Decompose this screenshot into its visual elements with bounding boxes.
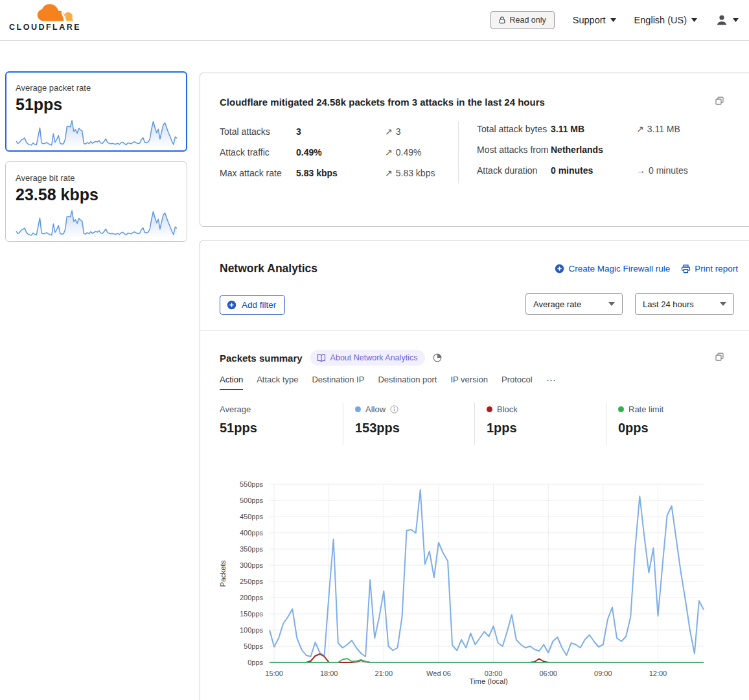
packet-stat-header: Block	[487, 404, 606, 414]
x-tick-label: 06:00	[539, 670, 557, 677]
language-label: English (US)	[634, 15, 687, 25]
packet-stat-allow: Allow153pps	[343, 402, 474, 445]
language-menu[interactable]: English (US)	[634, 15, 697, 25]
packets-chart: 0pps50pps100pps150pps200pps250pps300pps3…	[214, 479, 749, 693]
x-tick-label: 21:00	[375, 670, 393, 677]
attack-summary-right-column: Total attack bytes3.11 MB↗3.11 MBMost at…	[458, 121, 739, 183]
y-tick-label: 550pps	[240, 480, 264, 488]
chevron-down-icon	[733, 18, 739, 22]
packet-stat-value: 0pps	[618, 421, 737, 436]
packets-summary-title: Packets summary	[220, 353, 303, 364]
summary-row-value: 5.83 kbps	[296, 163, 385, 183]
create-magic-firewall-rule-link[interactable]: Create Magic Firewall rule	[555, 264, 670, 274]
metric-select[interactable]: Average rate	[525, 293, 623, 315]
user-icon	[715, 14, 728, 27]
series-color-dot	[487, 406, 492, 412]
trend-arrow-icon: →	[636, 163, 645, 178]
series-color-dot	[355, 406, 361, 412]
y-tick-label: 350pps	[240, 545, 264, 553]
packet-stat-value: 153pps	[355, 421, 474, 436]
info-icon[interactable]	[390, 405, 398, 414]
series-block	[270, 654, 704, 662]
tab-protocol[interactable]: Protocol	[501, 375, 533, 390]
summary-row-right-2: Attack duration0 minutes→0 minutes	[477, 163, 739, 178]
summary-row-trend-value: 3.11 MB	[647, 121, 680, 137]
plus-circle-icon	[227, 300, 236, 310]
x-tick-label: 03:00	[485, 670, 503, 677]
y-tick-label: 200pps	[240, 594, 264, 601]
packet-stat-label: Allow	[365, 404, 386, 414]
header-actions: Read only Support English (US)	[490, 0, 739, 40]
tabs-overflow-button[interactable]: ⋯	[546, 375, 557, 390]
read-only-badge: Read only	[490, 11, 555, 29]
copy-icon[interactable]	[715, 96, 724, 106]
packet-stat-average: Average51pps	[220, 402, 343, 445]
chart-controls: Average rate Last 24 hours	[525, 293, 734, 315]
summary-row-label: Total attack bytes	[477, 121, 551, 137]
packet-stat-header: Rate limit	[618, 404, 737, 414]
x-tick-label: 15:00	[265, 670, 283, 677]
y-tick-label: 100pps	[240, 626, 264, 634]
tab-destination-ip[interactable]: Destination IP	[312, 375, 364, 390]
metric-select-value: Average rate	[533, 299, 581, 309]
metric-cards-column: Average packet rate 51pps Average bit ra…	[5, 71, 187, 242]
metric-card-title: Average bit rate	[16, 173, 177, 183]
about-badge-label: About Network Analytics	[330, 353, 418, 362]
packets-summary-header: Packets summary About Network Analytics	[220, 350, 442, 366]
packets-summary-tabs: ActionAttack typeDestination IPDestinati…	[220, 375, 557, 390]
bit-rate-sparkline	[16, 207, 178, 238]
y-tick-label: 150pps	[240, 610, 264, 618]
summary-row-value: 3.11 MB	[551, 121, 636, 137]
packet-stat-header: Allow	[355, 404, 474, 414]
packet-stat-label: Average	[220, 404, 251, 414]
about-network-analytics-badge[interactable]: About Network Analytics	[310, 350, 426, 366]
summary-row-right-1: Most attacks fromNetherlands	[477, 142, 739, 158]
support-menu[interactable]: Support	[573, 15, 616, 25]
metric-card-average-bit-rate[interactable]: Average bit rate 23.58 kbps	[5, 161, 187, 242]
summary-row-trend: →0 minutes	[636, 163, 688, 178]
network-analytics-title: Network Analytics	[220, 262, 317, 275]
tab-action[interactable]: Action	[220, 375, 243, 390]
metric-card-average-packet-rate[interactable]: Average packet rate 51pps	[5, 71, 187, 152]
copy-icon[interactable]	[715, 352, 724, 362]
packets-summary-stats: Average51ppsAllow153ppsBlock1ppsRate lim…	[220, 402, 749, 445]
packet-stat-value: 1pps	[487, 421, 606, 436]
summary-row-trend-value: 0.49%	[396, 142, 422, 163]
x-tick-label: Wed 06	[426, 670, 451, 677]
tab-ip-version[interactable]: IP version	[450, 375, 488, 390]
y-tick-label: 400pps	[240, 529, 264, 537]
y-tick-label: 450pps	[240, 513, 264, 520]
summary-row-label: Attack duration	[477, 163, 551, 178]
series-allow	[270, 490, 704, 657]
summary-row-value: 0.49%	[296, 142, 385, 163]
chevron-down-icon	[720, 302, 726, 306]
trend-arrow-icon: ↗	[636, 121, 644, 137]
tab-destination-port[interactable]: Destination port	[378, 375, 437, 390]
time-range-value: Last 24 hours	[643, 299, 694, 309]
cloudflare-logo[interactable]: CLOUDFLARE	[9, 3, 86, 32]
y-tick-label: 50pps	[244, 642, 263, 650]
print-report-link[interactable]: Print report	[681, 264, 738, 274]
chevron-down-icon	[610, 18, 616, 22]
cloudflare-cloud-icon	[35, 3, 75, 23]
top-header: CLOUDFLARE Read only Support English (US…	[0, 0, 749, 41]
add-filter-button[interactable]: Add filter	[220, 295, 285, 315]
metric-card-value: 51pps	[16, 95, 177, 114]
packet-rate-sparkline	[16, 117, 178, 148]
chevron-down-icon	[608, 302, 615, 306]
series-color-dot	[618, 406, 624, 412]
x-tick-label: 12:00	[649, 670, 667, 677]
summary-row-trend: ↗3.11 MB	[636, 121, 680, 137]
packet-stat-header: Average	[220, 404, 343, 414]
network-analytics-card: Network Analytics Create Magic Firewall …	[200, 240, 749, 700]
packets-chart-svg: 0pps50pps100pps150pps200pps250pps300pps3…	[214, 479, 749, 693]
tab-attack-type[interactable]: Attack type	[257, 375, 298, 390]
lock-icon	[499, 16, 505, 24]
account-menu[interactable]	[715, 14, 739, 27]
x-tick-label: 09:00	[594, 670, 612, 677]
metric-card-value: 23.58 kbps	[16, 185, 177, 204]
y-axis-title: Packets	[219, 560, 227, 587]
packet-stat-label: Rate limit	[628, 404, 663, 414]
time-range-select[interactable]: Last 24 hours	[635, 293, 734, 315]
time-window-icon	[433, 353, 442, 362]
